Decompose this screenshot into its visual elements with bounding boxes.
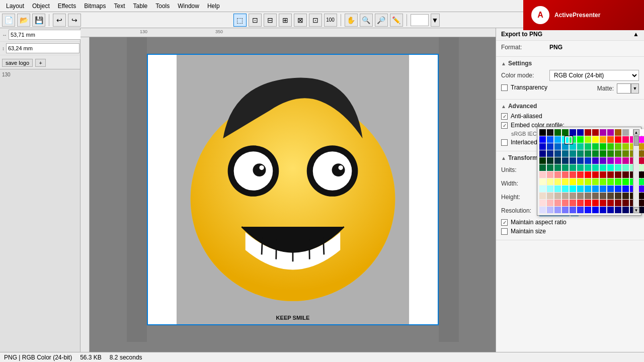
matte-dropdown-button[interactable]: ▼ — [631, 83, 639, 94]
color-cell-61[interactable] — [577, 157, 584, 164]
color-cell-163[interactable] — [607, 207, 614, 213]
color-cell-29[interactable] — [547, 143, 553, 150]
color-cell-20[interactable] — [585, 136, 591, 143]
color-cell-4[interactable] — [570, 129, 576, 136]
redo-button[interactable]: ↪ — [68, 14, 81, 27]
color-cell-34[interactable] — [585, 143, 591, 150]
menu-layout[interactable]: Layout — [2, 2, 28, 11]
color-cell-37[interactable] — [607, 143, 614, 150]
color-cell-24[interactable] — [615, 136, 621, 143]
color-cell-49[interactable] — [592, 150, 599, 157]
color-cell-30[interactable] — [554, 143, 561, 150]
color-cell-16[interactable] — [554, 136, 561, 143]
cp-scroll-thumb[interactable] — [634, 136, 639, 146]
color-cell-11[interactable] — [622, 129, 629, 136]
color-cell-121[interactable] — [607, 186, 614, 192]
color-cell-73[interactable] — [562, 164, 569, 171]
color-cell-1[interactable] — [547, 129, 553, 136]
color-cell-47[interactable] — [577, 150, 584, 157]
color-cell-141[interactable] — [547, 200, 553, 206]
color-cell-2[interactable] — [554, 129, 561, 136]
color-cell-65[interactable] — [607, 157, 614, 164]
color-cell-129[interactable] — [562, 193, 569, 199]
select-tool[interactable]: ⬚ — [233, 14, 247, 27]
color-cell-67[interactable] — [622, 157, 629, 164]
embed-color-checkbox[interactable] — [501, 122, 508, 129]
color-cell-50[interactable] — [600, 150, 606, 157]
save-button[interactable]: 💾 — [32, 14, 45, 27]
height-input[interactable] — [6, 43, 79, 53]
color-cell-94[interactable] — [615, 171, 621, 178]
color-cell-6[interactable] — [585, 129, 591, 136]
color-cell-99[interactable] — [547, 178, 553, 185]
interlaced-checkbox[interactable] — [501, 139, 508, 146]
color-cell-165[interactable] — [622, 207, 629, 213]
grid-tool[interactable]: ⊞ — [279, 14, 292, 27]
color-cell-103[interactable] — [577, 178, 584, 185]
cp-scroll-dn[interactable]: ▼ — [633, 207, 639, 213]
color-cell-91[interactable] — [592, 171, 599, 178]
color-cell-74[interactable] — [570, 164, 576, 171]
save-logo-button[interactable]: save logo — [2, 59, 33, 67]
color-cell-144[interactable] — [570, 200, 576, 206]
color-cell-62[interactable] — [585, 157, 591, 164]
color-dropdown[interactable]: ▼ — [431, 14, 440, 27]
color-cell-108[interactable] — [615, 178, 621, 185]
menu-text[interactable]: Text — [110, 2, 129, 11]
color-cell-71[interactable] — [547, 164, 553, 171]
color-cell-146[interactable] — [585, 200, 591, 206]
color-cell-104[interactable] — [585, 178, 591, 185]
zoom-fit[interactable]: ⊡ — [309, 14, 322, 27]
panel-collapse[interactable]: ▲ — [633, 31, 639, 38]
color-cell-58[interactable] — [554, 157, 561, 164]
color-cell-63[interactable] — [592, 157, 599, 164]
color-cell-149[interactable] — [607, 200, 614, 206]
color-cell-147[interactable] — [592, 200, 599, 206]
open-button[interactable]: 📂 — [17, 14, 30, 27]
color-cell-164[interactable] — [615, 207, 621, 213]
color-cell-130[interactable] — [570, 193, 576, 199]
color-cell-88[interactable] — [570, 171, 576, 178]
color-cell-19[interactable] — [577, 136, 584, 143]
menu-bitmaps[interactable]: Bitmaps — [80, 2, 110, 11]
color-cell-93[interactable] — [607, 171, 614, 178]
color-cell-115[interactable] — [562, 186, 569, 192]
color-cell-150[interactable] — [615, 200, 621, 206]
color-cell-42[interactable] — [539, 150, 546, 157]
color-cell-52[interactable] — [615, 150, 621, 157]
color-cell-51[interactable] — [607, 150, 614, 157]
zoom-in[interactable]: 🔍 — [360, 14, 373, 27]
color-cell-70[interactable] — [539, 164, 546, 171]
color-cell-106[interactable] — [600, 178, 606, 185]
color-cell-133[interactable] — [592, 193, 599, 199]
color-cell-127[interactable] — [547, 193, 553, 199]
color-cell-160[interactable] — [585, 207, 591, 213]
new-button[interactable]: 📄 — [2, 14, 15, 27]
color-cell-22[interactable] — [600, 136, 606, 143]
color-cell-107[interactable] — [607, 178, 614, 185]
color-mode-select[interactable]: RGB Color (24-bit) — [549, 70, 639, 81]
color-cell-59[interactable] — [562, 157, 569, 164]
color-cell-145[interactable] — [577, 200, 584, 206]
color-cell-156[interactable] — [554, 207, 561, 213]
menu-object[interactable]: Object — [28, 2, 54, 11]
menu-window[interactable]: Window — [174, 2, 203, 11]
color-cell-43[interactable] — [547, 150, 553, 157]
color-cell-95[interactable] — [622, 171, 629, 178]
color-cell-3[interactable] — [562, 129, 569, 136]
color-cell-148[interactable] — [600, 200, 606, 206]
color-cell-14[interactable] — [539, 136, 546, 143]
color-cell-60[interactable] — [570, 157, 576, 164]
color-cell-64[interactable] — [600, 157, 606, 164]
color-cell-28[interactable] — [539, 143, 546, 150]
color-cell-114[interactable] — [554, 186, 561, 192]
color-cell-92[interactable] — [600, 171, 606, 178]
color-cell-81[interactable] — [622, 164, 629, 171]
transformation-arrow[interactable]: ▲ — [501, 155, 506, 161]
color-cell-31[interactable] — [562, 143, 569, 150]
color-cell-48[interactable] — [585, 150, 591, 157]
color-cell-157[interactable] — [562, 207, 569, 213]
color-cell-113[interactable] — [547, 186, 553, 192]
color-cell-9[interactable] — [607, 129, 614, 136]
color-cell-46[interactable] — [570, 150, 576, 157]
